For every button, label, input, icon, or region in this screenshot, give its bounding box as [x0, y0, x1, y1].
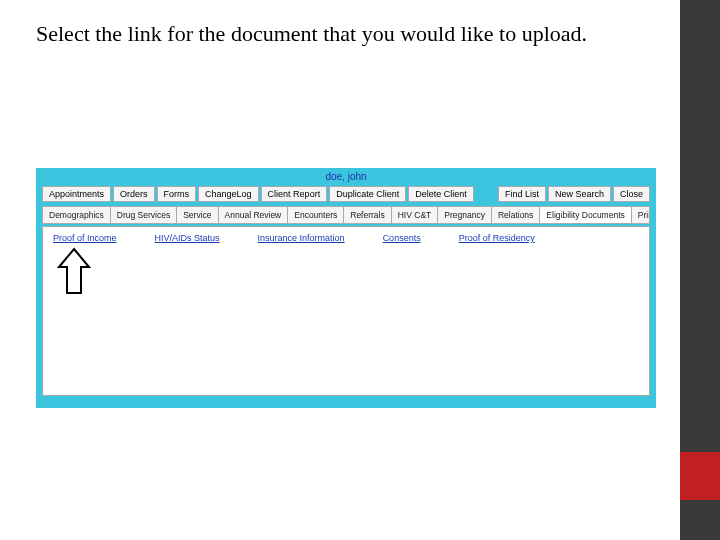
link-insurance-information[interactable]: Insurance Information — [258, 233, 345, 243]
document-link-row: Proof of Income HIV/AIDs Status Insuranc… — [43, 227, 649, 249]
toolbar: Appointments Orders Forms ChangeLog Clie… — [36, 184, 656, 204]
tab-drug-services[interactable]: Drug Services — [111, 207, 177, 223]
slide-sidebar-accent — [680, 452, 720, 500]
link-consents[interactable]: Consents — [383, 233, 421, 243]
link-proof-of-income[interactable]: Proof of Income — [53, 233, 117, 243]
link-hiv-aids-status[interactable]: HIV/AIDs Status — [155, 233, 220, 243]
app-window: doe, john Appointments Orders Forms Chan… — [36, 168, 656, 408]
tab-referrals[interactable]: Referrals — [344, 207, 391, 223]
changelog-button[interactable]: ChangeLog — [198, 186, 259, 202]
tab-pregnancy[interactable]: Pregnancy — [438, 207, 492, 223]
tab-hiv-ct[interactable]: HIV C&T — [392, 207, 439, 223]
client-report-button[interactable]: Client Report — [261, 186, 328, 202]
tab-service[interactable]: Service — [177, 207, 218, 223]
delete-client-button[interactable]: Delete Client — [408, 186, 474, 202]
duplicate-client-button[interactable]: Duplicate Client — [329, 186, 406, 202]
instruction-text: Select the link for the document that yo… — [36, 20, 596, 48]
content-panel: Proof of Income HIV/AIDs Status Insuranc… — [42, 226, 650, 396]
tab-annual-review[interactable]: Annual Review — [219, 207, 289, 223]
orders-button[interactable]: Orders — [113, 186, 155, 202]
tab-eligibility-documents[interactable]: Eligibility Documents — [540, 207, 631, 223]
new-search-button[interactable]: New Search — [548, 186, 611, 202]
appointments-button[interactable]: Appointments — [42, 186, 111, 202]
tab-primary-language[interactable]: Primary Language — [632, 207, 650, 223]
forms-button[interactable]: Forms — [157, 186, 197, 202]
tab-encounters[interactable]: Encounters — [288, 207, 344, 223]
close-button[interactable]: Close — [613, 186, 650, 202]
link-proof-of-residency[interactable]: Proof of Residency — [459, 233, 535, 243]
tab-demographics[interactable]: Demographics — [43, 207, 111, 223]
up-arrow-icon — [57, 247, 91, 297]
tab-strip: Demographics Drug Services Service Annua… — [42, 206, 650, 224]
tab-relations[interactable]: Relations — [492, 207, 540, 223]
client-name: doe, john — [36, 168, 656, 184]
find-list-button[interactable]: Find List — [498, 186, 546, 202]
